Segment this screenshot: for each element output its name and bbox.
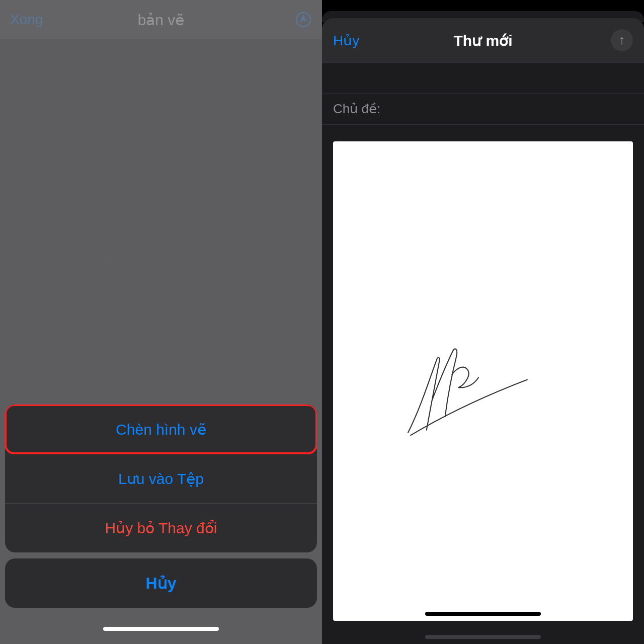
save-to-files-button[interactable]: Lưu vào Tệp xyxy=(5,454,317,503)
discard-changes-button[interactable]: Hủy bỏ Thay đổi xyxy=(5,503,317,552)
compose-fields: Chủ đề: xyxy=(322,62,644,125)
drawing-navbar: Xong bản vẽ xyxy=(0,0,322,39)
compose-title: Thư mới xyxy=(322,32,644,49)
done-button[interactable]: Xong xyxy=(10,12,43,28)
signature-drawing xyxy=(398,343,539,443)
attachment-drawing[interactable] xyxy=(333,141,633,621)
arrow-up-icon: ↑ xyxy=(619,33,625,46)
signature-drawing xyxy=(75,211,206,307)
markup-tool-icon[interactable] xyxy=(295,11,312,28)
action-sheet: Chèn hình vẽ Lưu vào Tệp Hủy bỏ Thay đổi xyxy=(5,405,317,552)
cancel-button[interactable]: Hủy xyxy=(5,558,317,608)
home-indicator xyxy=(103,627,219,631)
to-field[interactable] xyxy=(322,62,644,94)
drawing-title: bản vẽ xyxy=(0,11,322,29)
home-indicator xyxy=(425,612,541,616)
compose-navbar: Hủy Thư mới ↑ xyxy=(322,18,644,62)
drawing-screen: Xong bản vẽ Chèn hình vẽ Lưu vào Tệp Hủy… xyxy=(0,0,322,644)
compose-mail-screen: Hủy Thư mới ↑ Chủ đề: xyxy=(322,0,644,644)
compose-modal: Hủy Thư mới ↑ Chủ đề: xyxy=(322,18,644,644)
compose-cancel-button[interactable]: Hủy xyxy=(333,32,359,49)
subject-label: Chủ đề: xyxy=(333,101,380,117)
insert-drawing-button[interactable]: Chèn hình vẽ xyxy=(5,405,317,454)
send-button[interactable]: ↑ xyxy=(611,29,633,51)
home-indicator xyxy=(425,635,541,639)
drawing-canvas[interactable] xyxy=(0,39,322,644)
subject-field[interactable]: Chủ đề: xyxy=(322,94,644,125)
